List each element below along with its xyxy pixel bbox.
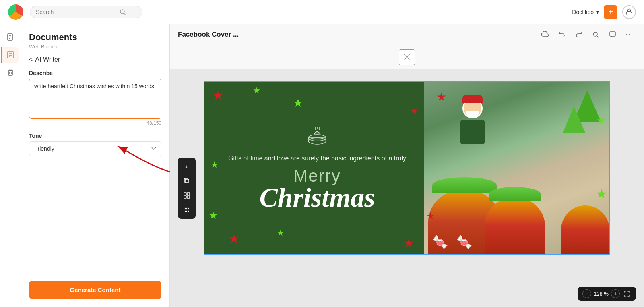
plus-icon: + — [608, 7, 613, 17]
icon-sidebar — [0, 24, 21, 307]
banner-left: ★ ★ ★ ★ ★ ★ ★ ★ ★ — [204, 82, 430, 254]
canvas-area: Facebook Cover ... — [170, 24, 644, 307]
brand-menu[interactable]: DocHipo ▾ — [572, 9, 599, 15]
more-options-button[interactable]: ··· — [623, 28, 636, 41]
main-layout: Documents Web Banner < AI Writer Describ… — [0, 24, 644, 307]
star-decoration: ★ — [208, 209, 218, 222]
christmas-banner: ★ ★ ★ ★ ★ ★ ★ ★ ★ — [204, 81, 610, 255]
brand-name: DocHipo — [572, 9, 594, 15]
star-decoration: ★ — [277, 228, 284, 238]
zoom-out-icon: − — [585, 290, 588, 297]
zoom-out-button[interactable]: − — [582, 289, 591, 298]
search-input[interactable] — [36, 9, 116, 15]
svg-point-33 — [186, 211, 187, 212]
canvas-white-bar — [170, 45, 644, 69]
star-decoration: ★ — [293, 96, 303, 110]
zoom-bar: − 128 % + — [578, 287, 636, 301]
svg-point-31 — [188, 210, 189, 210]
tone-section: Tone Friendly Professional Casual Formal… — [29, 133, 161, 156]
svg-point-34 — [188, 211, 189, 212]
canvas-add-button[interactable]: + — [180, 160, 193, 173]
star-decoration: ★ — [253, 85, 261, 96]
svg-rect-25 — [187, 196, 190, 198]
star-decoration: ★ — [411, 106, 418, 116]
app-logo — [8, 4, 23, 20]
candy-cane-2: 🍬 — [456, 234, 473, 250]
sidebar-item-editor[interactable] — [1, 47, 19, 63]
svg-point-30 — [186, 210, 187, 210]
star-right-1: ★ — [436, 90, 446, 104]
redo-button[interactable] — [572, 28, 585, 41]
candy-cane-1: 🍬 — [432, 234, 448, 250]
zoom-in-button[interactable]: + — [611, 289, 620, 298]
zoom-in-icon: + — [614, 290, 617, 297]
fit-screen-button[interactable] — [622, 289, 631, 298]
canvas-content: + — [170, 45, 644, 307]
banner-right: ★ ★ ★ ★ 🍬 🍬 — [424, 82, 609, 254]
pattern-icon — [399, 49, 415, 65]
back-nav[interactable]: < AI Writer — [29, 56, 161, 63]
sidebar-item-trash[interactable] — [2, 64, 19, 81]
banner-christmas: Christmas — [259, 184, 375, 211]
panel-title: Documents — [29, 32, 161, 43]
star-decoration: ★ — [229, 232, 239, 246]
canvas-header: Facebook Cover ... — [170, 24, 644, 45]
panel-header: Documents Web Banner — [29, 32, 161, 50]
cake-2 — [485, 197, 545, 254]
frosting-1 — [432, 177, 497, 193]
undo-button[interactable] — [555, 28, 568, 41]
canvas-grid-button[interactable] — [180, 189, 193, 202]
star-decoration: ★ — [404, 236, 414, 250]
star-right-4: ★ — [426, 210, 435, 222]
tone-row: Friendly Professional Casual Formal Humo… — [29, 141, 161, 156]
describe-label: Describe — [29, 70, 161, 76]
banner-photo: ★ ★ ★ ★ 🍬 🍬 — [424, 82, 609, 254]
search-canvas-button[interactable] — [589, 28, 602, 41]
nav-right: DocHipo ▾ + — [572, 5, 636, 19]
svg-point-27 — [186, 208, 187, 209]
svg-line-16 — [597, 36, 599, 37]
svg-point-26 — [185, 208, 186, 209]
back-chevron: < — [29, 56, 33, 63]
svg-point-0 — [120, 10, 124, 14]
plus-button[interactable]: + — [604, 5, 617, 19]
describe-textarea[interactable]: write heartfelt Christmas wishes within … — [29, 79, 161, 119]
cloud-save-button[interactable] — [539, 28, 551, 41]
santa-figure — [456, 98, 489, 151]
sidebar-item-documents[interactable] — [2, 29, 19, 45]
svg-point-15 — [593, 32, 597, 36]
brand-chevron: ▾ — [596, 9, 599, 15]
christmas-cake-icon — [305, 125, 329, 149]
svg-point-28 — [188, 208, 189, 209]
star-decoration: ★ — [211, 160, 219, 170]
left-panel: Documents Web Banner < AI Writer Describ… — [21, 24, 170, 307]
star-right-2: ★ — [596, 114, 605, 127]
frosting-2 — [489, 187, 541, 201]
panel-subtitle: Web Banner — [29, 44, 161, 50]
svg-line-1 — [124, 13, 126, 15]
describe-section: Describe write heartfelt Christmas wishe… — [29, 70, 161, 126]
tone-select[interactable]: Friendly Professional Casual Formal Humo… — [29, 141, 161, 156]
back-label: AI Writer — [35, 56, 60, 63]
svg-rect-37 — [308, 138, 326, 141]
generate-button[interactable]: Generate Content — [29, 281, 161, 299]
comment-button[interactable] — [606, 28, 619, 41]
svg-rect-11 — [8, 71, 12, 75]
search-icon — [120, 9, 126, 15]
svg-rect-22 — [184, 193, 186, 195]
canvas-left-toolbar: + — [178, 158, 196, 219]
canvas-copy-button[interactable] — [180, 174, 193, 187]
canvas-tools: ··· — [539, 28, 636, 41]
search-bar[interactable] — [30, 6, 142, 18]
user-button[interactable] — [622, 5, 636, 19]
svg-rect-23 — [187, 193, 190, 195]
svg-rect-17 — [610, 32, 615, 36]
star-right-3: ★ — [596, 186, 607, 201]
canvas-add-icon: + — [185, 163, 189, 170]
svg-point-32 — [185, 211, 186, 212]
top-nav: DocHipo ▾ + — [0, 0, 644, 24]
char-count: 48/150 — [29, 120, 161, 126]
banner-subtitle: Gifts of time and love are surely the ba… — [228, 154, 406, 163]
star-decoration: ★ — [213, 88, 223, 102]
canvas-dots-button[interactable] — [180, 203, 193, 216]
